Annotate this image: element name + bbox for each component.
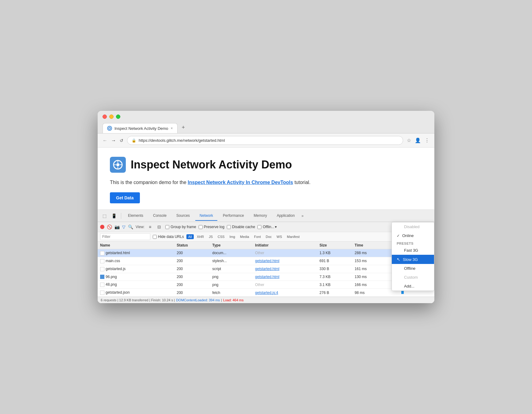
- offline-checkbox[interactable]: [257, 225, 261, 229]
- address-bar: ← → ↺ 🔒 https://devtools.glitch.me/netwo…: [98, 134, 434, 148]
- header-name[interactable]: Name: [98, 242, 174, 249]
- device-toolbar-icon[interactable]: 📱: [110, 212, 118, 220]
- title-bar: Inspect Network Activity Demo × +: [98, 111, 434, 134]
- dropdown-item-label: Fast 3G: [404, 248, 418, 253]
- menu-button[interactable]: ⋮: [425, 137, 429, 143]
- filter-manifest-button[interactable]: Manifest: [285, 234, 302, 239]
- filter-doc-button[interactable]: Doc: [264, 234, 274, 239]
- header-status[interactable]: Status: [174, 242, 210, 249]
- disable-cache-checkbox[interactable]: [227, 225, 231, 229]
- dropdown-item-slow-3g[interactable]: ↖Slow 3G: [392, 255, 434, 264]
- tab-memory[interactable]: Memory: [249, 211, 271, 221]
- initiator-link[interactable]: getstarted.js:4: [255, 291, 278, 295]
- header-type[interactable]: Type: [210, 242, 253, 249]
- dom-content-loaded-stat[interactable]: DOMContentLoaded: 394 ms: [176, 298, 220, 302]
- description-before: This is the companion demo for the: [110, 180, 188, 185]
- dropdown-item-add---[interactable]: Add...: [392, 282, 434, 291]
- table-row[interactable]: getstarted.js 200 script getstarted.html…: [98, 265, 434, 273]
- clear-button[interactable]: 🚫: [107, 224, 112, 229]
- initiator-link[interactable]: getstarted.html: [255, 275, 279, 279]
- get-data-button[interactable]: Get Data: [110, 192, 140, 203]
- initiator-link[interactable]: getstarted.html: [255, 259, 279, 263]
- devtools-link[interactable]: Inspect Network Activity In Chrome DevTo…: [188, 180, 293, 185]
- tab-sources[interactable]: Sources: [172, 211, 194, 221]
- record-button[interactable]: [100, 225, 104, 229]
- cell-name: 96.png: [98, 273, 174, 281]
- dropdown-item-label: Online: [402, 233, 414, 238]
- tab-console[interactable]: Console: [149, 211, 171, 221]
- filter-button[interactable]: ▽: [122, 224, 126, 229]
- maximize-button[interactable]: [116, 115, 120, 119]
- group-by-frame-label[interactable]: Group by frame: [165, 225, 196, 229]
- table-row[interactable]: getstarted.json 200 fetch getstarted.js:…: [98, 289, 434, 297]
- initiator-text: Other: [255, 283, 264, 287]
- page-description: This is the companion demo for the Inspe…: [110, 179, 422, 186]
- filter-bar: Hide data URLs All XHR JS CSS Img Media …: [98, 232, 434, 242]
- tab-application[interactable]: Application: [272, 211, 299, 221]
- header-size[interactable]: Size: [317, 242, 352, 249]
- header-time[interactable]: Time: [352, 242, 390, 249]
- search-button[interactable]: 🔍: [128, 224, 133, 229]
- large-rows-button[interactable]: ⊟: [155, 223, 163, 231]
- forward-button[interactable]: →: [111, 138, 116, 143]
- dropdown-item-online[interactable]: ✓Online: [392, 231, 434, 240]
- back-button[interactable]: ←: [103, 138, 107, 143]
- filter-font-button[interactable]: Font: [252, 234, 263, 239]
- initiator-link[interactable]: getstarted.html: [255, 267, 279, 271]
- status-bar: 6 requests | 12.9 KB transferred | Finis…: [98, 297, 434, 303]
- filter-img-button[interactable]: Img: [228, 234, 237, 239]
- tab-elements[interactable]: Elements: [124, 211, 148, 221]
- page-logo: [110, 157, 126, 173]
- list-view-button[interactable]: ≡: [147, 223, 153, 231]
- network-toolbar: 🚫 📷 ▽ 🔍 View: ≡ ⊟ Group by frame Preserv…: [98, 222, 434, 232]
- cell-status: 200: [174, 257, 210, 265]
- table-row[interactable]: 96.png 200 png getstarted.html 7.3 KB 13…: [98, 273, 434, 281]
- filter-media-button[interactable]: Media: [238, 234, 251, 239]
- dropdown-item-fast-3g[interactable]: Fast 3G: [392, 246, 434, 255]
- profile-button[interactable]: 👤: [415, 137, 421, 143]
- cell-size: 330 B: [317, 265, 352, 273]
- preserve-log-label[interactable]: Preserve log: [199, 225, 224, 229]
- element-picker-icon[interactable]: ⬚: [101, 212, 108, 220]
- filter-ws-button[interactable]: WS: [275, 234, 284, 239]
- tab-close-button[interactable]: ×: [171, 126, 173, 130]
- hide-data-urls-checkbox[interactable]: [153, 235, 157, 239]
- cell-name: getstarted.html: [98, 249, 174, 257]
- cell-type: docum...: [210, 249, 253, 257]
- filter-input[interactable]: [100, 233, 150, 240]
- reload-button[interactable]: ↺: [120, 138, 123, 143]
- screenshot-button[interactable]: 📷: [114, 224, 120, 229]
- cell-size: 1.3 KB: [317, 249, 352, 257]
- dropdown-item-offline[interactable]: Offline: [392, 264, 434, 273]
- tab-network[interactable]: Network: [195, 211, 217, 221]
- hide-data-urls-label[interactable]: Hide data URLs: [153, 235, 184, 239]
- table-row[interactable]: getstarted.html 200 docum... Other 1.3 K…: [98, 249, 434, 257]
- svg-point-3: [116, 163, 119, 166]
- close-button[interactable]: [103, 115, 107, 119]
- page-content: Inspect Network Activity Demo This is th…: [98, 148, 434, 210]
- preserve-log-checkbox[interactable]: [199, 225, 203, 229]
- new-tab-button[interactable]: +: [178, 122, 189, 133]
- more-tabs-button[interactable]: »: [302, 214, 304, 218]
- table-row[interactable]: 48.png 200 png Other 3.1 KB 166 ms: [98, 281, 434, 289]
- bookmark-button[interactable]: ☆: [407, 137, 411, 143]
- filter-all-button[interactable]: All: [186, 234, 194, 239]
- group-by-frame-checkbox[interactable]: [165, 225, 169, 229]
- cell-status: 200: [174, 249, 210, 257]
- disable-cache-label[interactable]: Disable cache: [227, 225, 255, 229]
- filter-type-buttons: All XHR JS CSS Img Media Font Doc WS Man…: [186, 234, 302, 239]
- browser-tab-active[interactable]: Inspect Network Activity Demo ×: [103, 123, 178, 133]
- url-bar[interactable]: 🔒 https://devtools.glitch.me/network/get…: [127, 136, 403, 145]
- header-initiator[interactable]: Initiator: [253, 242, 317, 249]
- filter-xhr-button[interactable]: XHR: [195, 234, 206, 239]
- tab-performance[interactable]: Performance: [219, 211, 248, 221]
- filter-js-button[interactable]: JS: [207, 234, 215, 239]
- offline-dropdown[interactable]: Offlin... ▾: [263, 225, 277, 229]
- table-row[interactable]: main.css 200 stylesh... getstarted.html …: [98, 257, 434, 265]
- cell-name: getstarted.js: [98, 265, 174, 273]
- filter-css-button[interactable]: CSS: [216, 234, 227, 239]
- tab-title: Inspect Network Activity Demo: [114, 126, 168, 131]
- url-text: https://devtools.glitch.me/network/getst…: [139, 138, 225, 143]
- dropdown-section-label: Presets: [392, 240, 434, 246]
- minimize-button[interactable]: [109, 115, 114, 119]
